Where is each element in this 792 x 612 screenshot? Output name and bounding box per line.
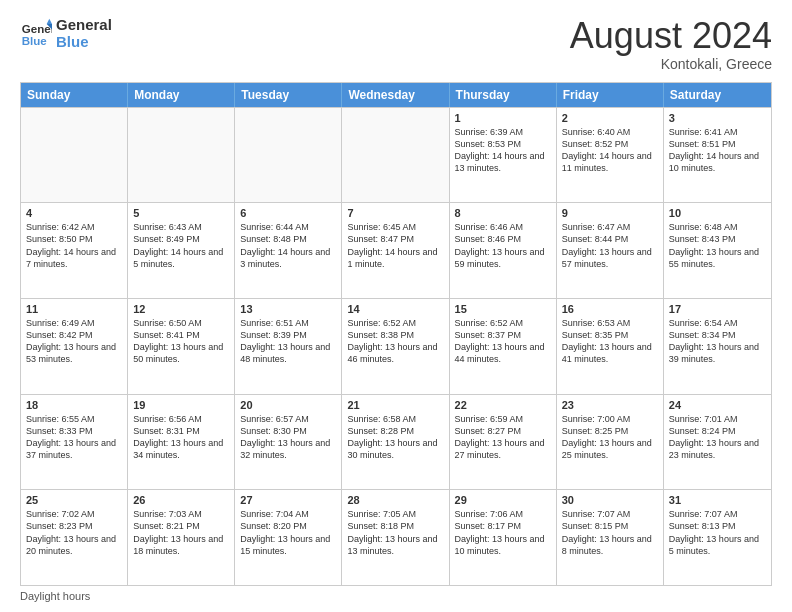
calendar-cell-27: 27Sunrise: 7:04 AM Sunset: 8:20 PM Dayli… <box>235 490 342 585</box>
header-day-monday: Monday <box>128 83 235 107</box>
cell-info: Sunrise: 7:00 AM Sunset: 8:25 PM Dayligh… <box>562 413 658 462</box>
calendar-cell-20: 20Sunrise: 6:57 AM Sunset: 8:30 PM Dayli… <box>235 395 342 490</box>
day-number: 25 <box>26 494 122 506</box>
calendar-cell-19: 19Sunrise: 6:56 AM Sunset: 8:31 PM Dayli… <box>128 395 235 490</box>
cell-info: Sunrise: 6:42 AM Sunset: 8:50 PM Dayligh… <box>26 221 122 270</box>
calendar-cell-8: 8Sunrise: 6:46 AM Sunset: 8:46 PM Daylig… <box>450 203 557 298</box>
calendar-cell-15: 15Sunrise: 6:52 AM Sunset: 8:37 PM Dayli… <box>450 299 557 394</box>
calendar-cell-24: 24Sunrise: 7:01 AM Sunset: 8:24 PM Dayli… <box>664 395 771 490</box>
calendar-cell-18: 18Sunrise: 6:55 AM Sunset: 8:33 PM Dayli… <box>21 395 128 490</box>
day-number: 1 <box>455 112 551 124</box>
cell-info: Sunrise: 6:54 AM Sunset: 8:34 PM Dayligh… <box>669 317 766 366</box>
calendar-cell-5: 5Sunrise: 6:43 AM Sunset: 8:49 PM Daylig… <box>128 203 235 298</box>
day-number: 7 <box>347 207 443 219</box>
calendar-cell-13: 13Sunrise: 6:51 AM Sunset: 8:39 PM Dayli… <box>235 299 342 394</box>
calendar-cell-29: 29Sunrise: 7:06 AM Sunset: 8:17 PM Dayli… <box>450 490 557 585</box>
calendar-row-0: 1Sunrise: 6:39 AM Sunset: 8:53 PM Daylig… <box>21 107 771 203</box>
calendar-row-3: 18Sunrise: 6:55 AM Sunset: 8:33 PM Dayli… <box>21 394 771 490</box>
calendar-cell-17: 17Sunrise: 6:54 AM Sunset: 8:34 PM Dayli… <box>664 299 771 394</box>
day-number: 20 <box>240 399 336 411</box>
calendar-cell-3: 3Sunrise: 6:41 AM Sunset: 8:51 PM Daylig… <box>664 108 771 203</box>
header-day-wednesday: Wednesday <box>342 83 449 107</box>
day-number: 29 <box>455 494 551 506</box>
svg-text:Blue: Blue <box>22 35 48 47</box>
calendar-cell-23: 23Sunrise: 7:00 AM Sunset: 8:25 PM Dayli… <box>557 395 664 490</box>
cell-info: Sunrise: 7:03 AM Sunset: 8:21 PM Dayligh… <box>133 508 229 557</box>
day-number: 19 <box>133 399 229 411</box>
calendar-cell-9: 9Sunrise: 6:47 AM Sunset: 8:44 PM Daylig… <box>557 203 664 298</box>
calendar-cell-7: 7Sunrise: 6:45 AM Sunset: 8:47 PM Daylig… <box>342 203 449 298</box>
calendar-row-1: 4Sunrise: 6:42 AM Sunset: 8:50 PM Daylig… <box>21 202 771 298</box>
svg-marker-2 <box>47 19 52 24</box>
day-number: 22 <box>455 399 551 411</box>
day-number: 14 <box>347 303 443 315</box>
calendar-cell-25: 25Sunrise: 7:02 AM Sunset: 8:23 PM Dayli… <box>21 490 128 585</box>
calendar: SundayMondayTuesdayWednesdayThursdayFrid… <box>20 82 772 586</box>
calendar-cell-26: 26Sunrise: 7:03 AM Sunset: 8:21 PM Dayli… <box>128 490 235 585</box>
header-day-saturday: Saturday <box>664 83 771 107</box>
calendar-cell-21: 21Sunrise: 6:58 AM Sunset: 8:28 PM Dayli… <box>342 395 449 490</box>
cell-info: Sunrise: 6:46 AM Sunset: 8:46 PM Dayligh… <box>455 221 551 270</box>
title-block: August 2024 Kontokali, Greece <box>570 16 772 72</box>
calendar-cell-empty-0-2 <box>235 108 342 203</box>
calendar-cell-14: 14Sunrise: 6:52 AM Sunset: 8:38 PM Dayli… <box>342 299 449 394</box>
cell-info: Sunrise: 6:49 AM Sunset: 8:42 PM Dayligh… <box>26 317 122 366</box>
cell-info: Sunrise: 6:50 AM Sunset: 8:41 PM Dayligh… <box>133 317 229 366</box>
day-number: 24 <box>669 399 766 411</box>
cell-info: Sunrise: 6:51 AM Sunset: 8:39 PM Dayligh… <box>240 317 336 366</box>
day-number: 30 <box>562 494 658 506</box>
day-number: 15 <box>455 303 551 315</box>
header-day-sunday: Sunday <box>21 83 128 107</box>
cell-info: Sunrise: 7:06 AM Sunset: 8:17 PM Dayligh… <box>455 508 551 557</box>
cell-info: Sunrise: 7:04 AM Sunset: 8:20 PM Dayligh… <box>240 508 336 557</box>
cell-info: Sunrise: 7:07 AM Sunset: 8:15 PM Dayligh… <box>562 508 658 557</box>
day-number: 10 <box>669 207 766 219</box>
logo-line2: Blue <box>56 33 112 50</box>
location-subtitle: Kontokali, Greece <box>570 56 772 72</box>
calendar-cell-11: 11Sunrise: 6:49 AM Sunset: 8:42 PM Dayli… <box>21 299 128 394</box>
calendar-cell-12: 12Sunrise: 6:50 AM Sunset: 8:41 PM Dayli… <box>128 299 235 394</box>
calendar-cell-1: 1Sunrise: 6:39 AM Sunset: 8:53 PM Daylig… <box>450 108 557 203</box>
cell-info: Sunrise: 6:44 AM Sunset: 8:48 PM Dayligh… <box>240 221 336 270</box>
day-number: 5 <box>133 207 229 219</box>
cell-info: Sunrise: 7:07 AM Sunset: 8:13 PM Dayligh… <box>669 508 766 557</box>
day-number: 12 <box>133 303 229 315</box>
cell-info: Sunrise: 6:57 AM Sunset: 8:30 PM Dayligh… <box>240 413 336 462</box>
cell-info: Sunrise: 6:47 AM Sunset: 8:44 PM Dayligh… <box>562 221 658 270</box>
day-number: 16 <box>562 303 658 315</box>
day-number: 13 <box>240 303 336 315</box>
month-title: August 2024 <box>570 16 772 56</box>
calendar-cell-empty-0-3 <box>342 108 449 203</box>
calendar-body: 1Sunrise: 6:39 AM Sunset: 8:53 PM Daylig… <box>21 107 771 585</box>
day-number: 26 <box>133 494 229 506</box>
cell-info: Sunrise: 6:39 AM Sunset: 8:53 PM Dayligh… <box>455 126 551 175</box>
cell-info: Sunrise: 6:41 AM Sunset: 8:51 PM Dayligh… <box>669 126 766 175</box>
day-number: 4 <box>26 207 122 219</box>
cell-info: Sunrise: 6:40 AM Sunset: 8:52 PM Dayligh… <box>562 126 658 175</box>
cell-info: Sunrise: 6:58 AM Sunset: 8:28 PM Dayligh… <box>347 413 443 462</box>
cell-info: Sunrise: 6:45 AM Sunset: 8:47 PM Dayligh… <box>347 221 443 270</box>
logo-line1: General <box>56 16 112 33</box>
day-number: 27 <box>240 494 336 506</box>
calendar-row-4: 25Sunrise: 7:02 AM Sunset: 8:23 PM Dayli… <box>21 489 771 585</box>
day-number: 3 <box>669 112 766 124</box>
cell-info: Sunrise: 6:53 AM Sunset: 8:35 PM Dayligh… <box>562 317 658 366</box>
calendar-cell-31: 31Sunrise: 7:07 AM Sunset: 8:13 PM Dayli… <box>664 490 771 585</box>
footer-note: Daylight hours <box>20 590 772 602</box>
day-number: 11 <box>26 303 122 315</box>
day-number: 8 <box>455 207 551 219</box>
page-header: General Blue General Blue August 2024 Ko… <box>20 16 772 72</box>
cell-info: Sunrise: 7:02 AM Sunset: 8:23 PM Dayligh… <box>26 508 122 557</box>
calendar-header: SundayMondayTuesdayWednesdayThursdayFrid… <box>21 83 771 107</box>
cell-info: Sunrise: 6:52 AM Sunset: 8:37 PM Dayligh… <box>455 317 551 366</box>
cell-info: Sunrise: 7:05 AM Sunset: 8:18 PM Dayligh… <box>347 508 443 557</box>
calendar-cell-22: 22Sunrise: 6:59 AM Sunset: 8:27 PM Dayli… <box>450 395 557 490</box>
day-number: 31 <box>669 494 766 506</box>
day-number: 17 <box>669 303 766 315</box>
day-number: 28 <box>347 494 443 506</box>
calendar-cell-28: 28Sunrise: 7:05 AM Sunset: 8:18 PM Dayli… <box>342 490 449 585</box>
calendar-cell-4: 4Sunrise: 6:42 AM Sunset: 8:50 PM Daylig… <box>21 203 128 298</box>
calendar-cell-6: 6Sunrise: 6:44 AM Sunset: 8:48 PM Daylig… <box>235 203 342 298</box>
calendar-cell-30: 30Sunrise: 7:07 AM Sunset: 8:15 PM Dayli… <box>557 490 664 585</box>
calendar-cell-10: 10Sunrise: 6:48 AM Sunset: 8:43 PM Dayli… <box>664 203 771 298</box>
